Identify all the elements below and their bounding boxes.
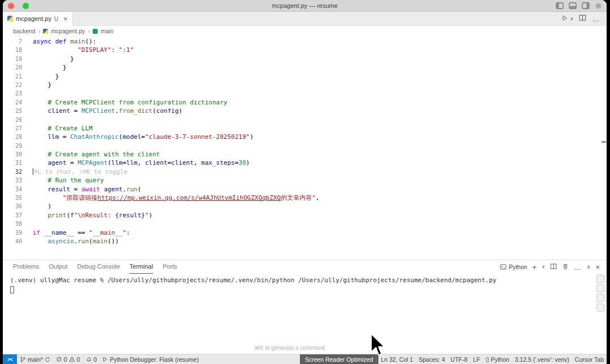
code-text: "DISPLAY": ":1" bbox=[33, 46, 134, 54]
panel-tab-terminal[interactable]: Terminal bbox=[129, 260, 153, 274]
breadcrumb-item-mcpagent-py[interactable]: mcpagent.py bbox=[51, 28, 85, 34]
code-line[interactable]: 39if __name__ == "__main__": bbox=[3, 229, 607, 237]
panel-tab-debug-console[interactable]: Debug Console bbox=[77, 260, 120, 274]
titlebar[interactable]: mcpagent.py — resume bbox=[3, 0, 607, 12]
code-line[interactable]: 30 # Create agent with the client bbox=[3, 150, 607, 159]
line-number: 26 bbox=[3, 116, 22, 124]
split-editor-icon[interactable] bbox=[579, 14, 586, 24]
code-line[interactable]: 27 # Create LLM bbox=[3, 124, 607, 133]
code-line[interactable]: 23 bbox=[3, 89, 607, 98]
code-text: client = MCPClient.from_dict(config) bbox=[33, 107, 182, 115]
eol-item[interactable]: LF bbox=[470, 354, 483, 364]
line-number: 29 bbox=[3, 142, 22, 150]
terminal-instance-badge[interactable]: Python bbox=[500, 264, 528, 270]
split-terminal-icon[interactable] bbox=[550, 263, 557, 271]
code-text: asyncio.run(main()) bbox=[33, 237, 119, 245]
line-number: 25 bbox=[3, 107, 22, 115]
maximize-panel-icon[interactable]: ∧ bbox=[587, 265, 591, 270]
panel-tab-output[interactable]: Output bbox=[49, 260, 67, 274]
toggle-panel-icon[interactable] bbox=[569, 2, 577, 9]
code-line[interactable]: 26 bbox=[3, 116, 607, 124]
breadcrumb-item-main[interactable]: main bbox=[101, 28, 114, 34]
panel-more-actions-icon[interactable]: … bbox=[574, 263, 582, 271]
terminal-badge-label: Python bbox=[509, 264, 528, 270]
code-line[interactable]: 19 } bbox=[3, 55, 607, 63]
python-interpreter-item[interactable]: 3.12.5 ('.venv': venv) bbox=[512, 354, 572, 364]
tab-mcpagent-py[interactable]: mcpagent.py U × bbox=[3, 12, 73, 26]
symbol-method-icon bbox=[93, 29, 98, 34]
code-line[interactable]: 28 llm = ChatAnthropic(model="claude-3-7… bbox=[3, 133, 607, 141]
git-branch-item[interactable]: main* bbox=[17, 354, 53, 364]
terminal-side-icon[interactable] bbox=[596, 284, 604, 292]
code-line[interactable]: 24 # Create MCPClient from configuration… bbox=[3, 98, 607, 107]
panel-tab-problems[interactable]: Problems bbox=[13, 260, 39, 274]
toggle-secondary-sidebar-icon[interactable] bbox=[582, 2, 590, 9]
notifications-item[interactable]: 0 bbox=[83, 354, 100, 364]
line-number: 22 bbox=[3, 81, 22, 89]
braces-icon: {} bbox=[486, 357, 489, 362]
code-line[interactable]: 36 ) bbox=[3, 202, 607, 210]
code-line[interactable]: 37 print(f"\nResult: {result}") bbox=[3, 211, 607, 220]
run-python-file-icon[interactable] bbox=[561, 14, 568, 24]
line-number: 7 bbox=[3, 37, 22, 46]
code-line[interactable]: 32⌘L to chat, ⇧⌘K to toggle bbox=[3, 168, 607, 176]
remote-indicator[interactable]: >< bbox=[3, 354, 17, 364]
code-line[interactable]: 18 "DISPLAY": ":1" bbox=[3, 46, 607, 54]
code-line[interactable]: 20 } bbox=[3, 63, 607, 72]
kill-terminal-icon[interactable] bbox=[562, 263, 569, 271]
breadcrumb-separator: › bbox=[38, 28, 41, 34]
encoding-item[interactable]: UTF-8 bbox=[448, 354, 470, 364]
terminal-side-icon[interactable] bbox=[596, 294, 604, 302]
code-line[interactable]: 29 bbox=[3, 142, 607, 150]
code-line[interactable]: 34 result = await agent.run( bbox=[3, 185, 607, 194]
language-mode-item[interactable]: {} Python bbox=[483, 354, 512, 364]
close-panel-icon[interactable]: × bbox=[595, 264, 600, 271]
more-actions-icon[interactable]: … bbox=[592, 15, 600, 23]
breadcrumb-item-backend[interactable]: backend bbox=[13, 28, 36, 34]
line-number: 24 bbox=[3, 98, 22, 107]
code-text: llm = ChatAnthropic(model="claude-3-7-so… bbox=[33, 133, 254, 141]
line-number: 33 bbox=[3, 176, 22, 185]
panel-tab-ports[interactable]: Ports bbox=[163, 260, 177, 274]
cursor-position-item[interactable]: Ln 32, Col 1 bbox=[378, 354, 416, 364]
terminal-side-icon[interactable] bbox=[596, 275, 604, 283]
screen-reader-badge[interactable]: Screen Reader Optimized bbox=[300, 354, 378, 364]
code-line[interactable]: 40 asyncio.run(main()) bbox=[3, 237, 607, 245]
code-line[interactable]: 7async def main(): bbox=[3, 37, 607, 46]
problems-item[interactable]: 0 0 bbox=[53, 354, 83, 364]
terminal-profile-chevron-icon[interactable]: ∨ bbox=[542, 265, 545, 269]
code-line[interactable]: 33 # Run the query bbox=[3, 176, 607, 185]
code-text: "抓取该链接https://mp.weixin.qq.com/s/w4AJhUt… bbox=[33, 194, 319, 202]
line-number: 38 bbox=[3, 220, 22, 228]
code-text: async def main(): bbox=[33, 37, 97, 46]
editor-window: mcpagent.py — resume mcpagent.py U × ∨ … bbox=[3, 0, 607, 364]
status-bar: >< main* 0 0 0 Python Debugger: Flask (r… bbox=[3, 354, 607, 364]
new-terminal-icon[interactable]: + bbox=[532, 264, 537, 271]
breadcrumb[interactable]: backend›mcpagent.py›main bbox=[3, 26, 607, 36]
python-file-icon bbox=[7, 16, 13, 21]
code-line[interactable]: 35 "抓取该链接https://mp.weixin.qq.com/s/w4AJ… bbox=[3, 194, 607, 202]
code-line[interactable]: 38 bbox=[3, 220, 607, 228]
code-line[interactable]: 25 client = MCPClient.from_dict(config) bbox=[3, 107, 607, 115]
debugger-item[interactable]: Python Debugger: Flask (resume) bbox=[99, 354, 202, 364]
git-status-badge: U bbox=[54, 16, 58, 22]
close-tab-icon[interactable]: × bbox=[63, 15, 68, 23]
indentation-item[interactable]: Spaces: 4 bbox=[416, 354, 448, 364]
close-window-button[interactable] bbox=[8, 3, 14, 9]
run-dropdown-chevron-icon[interactable]: ∨ bbox=[570, 16, 573, 21]
panel-header: ProblemsOutputDebug ConsoleTerminalPorts… bbox=[3, 260, 607, 274]
code-line[interactable]: 31 agent = MCPAgent(llm=llm, client=clie… bbox=[3, 159, 607, 167]
branch-name: main* bbox=[28, 356, 43, 363]
terminal[interactable]: (.venv) ully@Mac resume % /Users/ully/gi… bbox=[3, 274, 594, 354]
error-icon bbox=[56, 356, 62, 362]
zoom-window-button[interactable] bbox=[23, 3, 29, 9]
code-text: agent = MCPAgent(llm=llm, client=client,… bbox=[33, 159, 250, 167]
code-line[interactable]: 21 } bbox=[3, 72, 607, 81]
terminal-side-icon[interactable] bbox=[596, 304, 604, 312]
code-editor[interactable]: 7async def main():18 "DISPLAY": ":1"19 }… bbox=[3, 36, 607, 260]
code-text: # Create LLM bbox=[33, 124, 93, 133]
cursor-tab-item[interactable]: Cursor Tab bbox=[572, 354, 607, 364]
settings-gear-icon[interactable] bbox=[595, 2, 602, 10]
code-line[interactable]: 22 } bbox=[3, 81, 607, 89]
toggle-primary-sidebar-icon[interactable] bbox=[556, 2, 564, 9]
